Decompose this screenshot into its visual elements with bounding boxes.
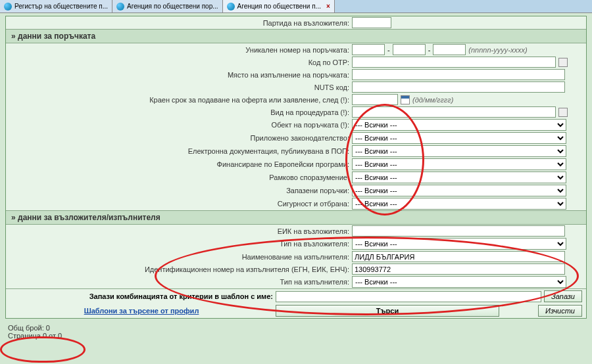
total-count: Общ брой: 0 xyxy=(8,324,584,332)
browser-tabs: Регистър на обществените п... Агенция по… xyxy=(0,0,592,13)
label-exec-id: Идентификационен номер на изпълнителя (Е… xyxy=(10,265,352,273)
label-proc-type: Вид на процедурата (!): xyxy=(10,108,352,116)
label-unique-number: Уникален номер на поръчката: xyxy=(10,46,352,54)
browser-tab[interactable]: Регистър на обществените п... xyxy=(0,0,112,12)
label-type: Тип на възложителя: xyxy=(10,240,352,248)
unique-num-2-input[interactable] xyxy=(393,44,426,55)
search-button[interactable]: Търси xyxy=(276,305,499,317)
label-security: Сигурност и отбрана: xyxy=(10,200,352,208)
unique-num-3-input[interactable] xyxy=(433,44,466,55)
template-save-label: Запази комбинацията от критерии в шаблон… xyxy=(10,292,273,300)
label-party-number: Партида на възложителя: xyxy=(10,19,352,27)
label-exec-name: Наименование на изпълнителя: xyxy=(10,253,352,261)
legislation-select[interactable]: --- Всички --- xyxy=(352,132,566,144)
save-button[interactable]: Запази xyxy=(544,290,582,302)
globe-icon xyxy=(4,3,12,11)
tab-label: Агенция по обществени пор... xyxy=(127,3,218,10)
party-number-input[interactable] xyxy=(352,17,391,28)
hint-unique: (nnnnn-yyyy-xxxx) xyxy=(468,46,527,54)
place-input[interactable] xyxy=(352,69,565,80)
framework-select[interactable]: --- Всички --- xyxy=(352,171,566,183)
templates-link[interactable]: Шаблони за търсене от профил xyxy=(84,307,199,315)
calendar-icon[interactable] xyxy=(401,95,410,104)
object-select[interactable]: --- Всички --- xyxy=(352,119,566,131)
edoc-select[interactable]: --- Всички --- xyxy=(352,145,566,157)
tab-label: Агенция по обществени п... xyxy=(237,3,321,10)
browser-tab[interactable]: Агенция по обществени пор... xyxy=(112,0,223,12)
security-select[interactable]: --- Всички --- xyxy=(352,198,566,210)
eik-input[interactable] xyxy=(352,225,565,237)
template-name-input[interactable] xyxy=(276,291,541,302)
label-nuts: NUTS код: xyxy=(10,83,352,91)
eu-fin-select[interactable]: --- Всички --- xyxy=(352,158,566,170)
contractor-type-select[interactable]: --- Всички --- xyxy=(352,238,566,250)
lookup-icon[interactable] xyxy=(558,108,568,117)
reserved-select[interactable]: --- Всички --- xyxy=(352,185,566,196)
page-count: Страница 0 от 0 xyxy=(8,332,584,340)
executor-id-input[interactable] xyxy=(352,263,565,275)
executor-type-select[interactable]: --- Всички --- xyxy=(352,276,566,288)
tab-label: Регистър на обществените п... xyxy=(14,3,108,10)
label-reserved: Запазени поръчки: xyxy=(10,187,352,194)
otp-input[interactable] xyxy=(352,57,556,68)
section-party-data: » данни за възложителя/изпълнителя xyxy=(6,210,586,225)
nuts-input[interactable] xyxy=(352,81,565,93)
globe-icon xyxy=(116,3,124,11)
label-edoc: Електронна документация, публикувана в П… xyxy=(10,147,352,155)
section-order-data: » данни за поръчката xyxy=(6,29,586,43)
browser-tab-active[interactable]: Агенция по обществени п...× xyxy=(223,0,335,12)
label-otp: Код по ОТР: xyxy=(10,58,352,66)
proc-type-input[interactable] xyxy=(352,106,556,118)
label-framework: Рамково споразумение: xyxy=(10,173,352,181)
label-eu-fin: Финансиране по Европейски програми: xyxy=(10,160,352,168)
deadline-input[interactable] xyxy=(352,94,398,105)
executor-name-input[interactable] xyxy=(352,251,565,262)
hint-date: (дд/мм/гггг) xyxy=(412,96,453,104)
clear-button[interactable]: Изчисти xyxy=(538,305,582,317)
label-exec-type: Тип на изпълнителя: xyxy=(10,278,352,286)
lookup-icon[interactable] xyxy=(558,58,568,67)
label-legislation: Приложено законодателство: xyxy=(10,134,352,142)
label-place: Място на изпълнение на поръчката: xyxy=(10,71,352,79)
unique-num-1-input[interactable] xyxy=(352,44,385,55)
label-eik: ЕИК на възложителя: xyxy=(10,227,352,235)
close-icon[interactable]: × xyxy=(326,3,330,10)
globe-icon xyxy=(227,3,235,11)
label-object: Обект на поръчката (!): xyxy=(10,121,352,129)
label-deadline: Краен срок за подаване на оферта или зая… xyxy=(10,96,352,104)
